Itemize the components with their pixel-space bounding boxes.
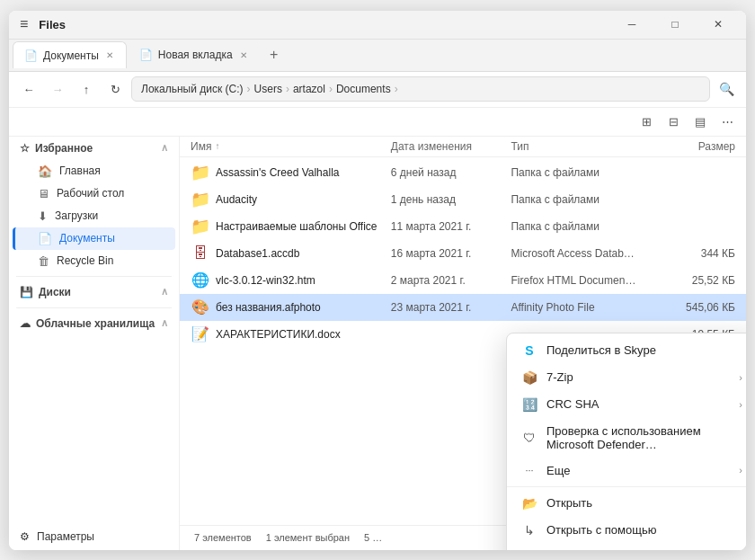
file-type: Microsoft Access Datab…	[511, 247, 654, 260]
breadcrumb-artazol: artazol	[293, 83, 325, 95]
statusbar-count: 7 элементов	[194, 532, 252, 543]
favorites-label: Избранное	[35, 142, 93, 155]
ctx-label-more: Еще	[546, 464, 730, 477]
tab-new-label: Новая вкладка	[158, 49, 233, 61]
breadcrumb[interactable]: Локальный диск (C:) › Users › artazol › …	[131, 76, 710, 102]
afphoto-icon: 🎨	[191, 298, 210, 317]
table-row[interactable]: 📁 Audacity 1 день назад Папка с файлами	[180, 186, 746, 213]
tab-documents-icon: 📄	[24, 49, 38, 62]
file-type: Affinity Photo File	[511, 301, 654, 314]
statusbar-selected: 1 элемент выбран	[266, 532, 350, 543]
ctx-label-defender: Проверка с использованием Microsoft Defe…	[546, 424, 742, 451]
table-row[interactable]: 📁 Assassin's Creed Valhalla 6 дней назад…	[180, 159, 746, 186]
recycle-icon: 🗑	[38, 254, 49, 268]
col-header-name[interactable]: Имя ↑	[191, 140, 391, 153]
table-row[interactable]: 🎨 без названия.afphoto 23 марта 2021 г. …	[180, 294, 746, 321]
view-list-button[interactable]: ⊟	[662, 110, 685, 133]
sidebar-item-downloads-label: Загрузки	[55, 209, 98, 222]
name-sort-icon: ↑	[215, 141, 219, 151]
downloads-icon: ⬇	[38, 209, 48, 223]
up-button[interactable]: ↑	[74, 76, 99, 102]
window-controls: ─ □ ✕	[611, 11, 739, 40]
tab-new[interactable]: 📄 Новая вкладка ✕	[129, 41, 260, 68]
sidebar-item-recycle[interactable]: 🗑 Recycle Bin	[13, 250, 175, 272]
sidebar-divider2	[16, 307, 172, 308]
settings-button[interactable]: ⚙ Параметры	[9, 523, 179, 550]
sidebar-item-downloads[interactable]: ⬇ Загрузки	[13, 205, 175, 227]
documents-icon: 📄	[38, 232, 52, 245]
crcsha-icon: 🔢	[521, 397, 537, 412]
drives-label: Диски	[39, 286, 71, 298]
sidebar-item-home[interactable]: 🏠 Главная	[13, 160, 175, 182]
refresh-button[interactable]: ↻	[102, 76, 128, 102]
table-row[interactable]: 🗄 Database1.accdb 16 марта 2021 г. Micro…	[180, 240, 746, 267]
cloud-section[interactable]: ☁ Облачные хранилища ∧	[9, 312, 179, 335]
accdb-icon: 🗄	[191, 244, 210, 263]
table-row[interactable]: 📁 Настраиваемые шаблоны Office 11 марта …	[180, 213, 746, 240]
search-button[interactable]: 🔍	[714, 76, 739, 102]
ctx-item-share-skype[interactable]: S Поделиться в Skype	[507, 337, 746, 364]
sidebar-item-documents-label: Документы	[59, 232, 115, 244]
7zip-icon: 📦	[521, 370, 537, 385]
ctx-divider1	[507, 486, 746, 487]
hamburger-icon[interactable]: ≡	[16, 14, 31, 34]
ctx-item-7zip[interactable]: 📦 7-Zip ›	[507, 364, 746, 391]
file-name: Настраиваемые шаблоны Office	[216, 220, 378, 233]
ctx-item-crcsha[interactable]: 🔢 CRC SHA ›	[507, 391, 746, 418]
file-type: Firefox HTML Documen…	[511, 274, 654, 287]
file-date: 23 марта 2021 г.	[391, 301, 511, 314]
tabbar: 📄 Документы ✕ 📄 Новая вкладка ✕ +	[9, 40, 746, 72]
titlebar-left: ≡ Files	[16, 14, 66, 34]
html-icon: 🌐	[191, 271, 210, 290]
maximize-button[interactable]: □	[654, 11, 696, 40]
context-menu: S Поделиться в Skype 📦 7-Zip › 🔢 CRC SHA…	[506, 333, 746, 550]
col-header-type[interactable]: Тип	[511, 140, 654, 153]
file-date: 11 марта 2021 г.	[391, 220, 511, 233]
drives-section[interactable]: 💾 Диски ∧	[9, 280, 179, 304]
ctx-item-defender[interactable]: 🛡 Проверка с использованием Microsoft De…	[507, 418, 746, 458]
drives-collapse-icon: ∧	[161, 286, 168, 298]
ctx-item-open-with[interactable]: ↳ Открыть с помощью	[507, 517, 746, 544]
folder-icon: 📁	[191, 163, 210, 182]
file-date: 2 марта 2021 г.	[391, 274, 511, 287]
ctx-item-more[interactable]: ··· Еще ›	[507, 458, 746, 484]
col-header-size[interactable]: Размер	[655, 140, 735, 153]
tab-documents[interactable]: 📄 Документы ✕	[13, 41, 127, 68]
col-header-date[interactable]: Дата изменения	[391, 140, 511, 153]
file-area: Имя ↑ Дата изменения Тип Размер 📁 Assass…	[180, 137, 746, 550]
main-window: ≡ Files ─ □ ✕ 📄 Документы ✕ 📄 Новая вкла…	[9, 11, 746, 550]
tab-documents-close[interactable]: ✕	[104, 50, 115, 60]
main-content: ☆ Избранное ∧ 🏠 Главная 🖥 Рабочий стол ⬇…	[9, 137, 746, 550]
view-details-button[interactable]: ▤	[688, 110, 712, 133]
file-name: без названия.afphoto	[216, 301, 321, 314]
cloud-icon: ☁	[20, 317, 31, 330]
ctx-item-open[interactable]: 📂 Открыть	[507, 490, 746, 517]
sidebar-item-desktop[interactable]: 🖥 Рабочий стол	[13, 182, 175, 205]
file-date: 6 дней назад	[391, 166, 511, 179]
file-name: ХАРАКТЕРИСТИКИ.docx	[216, 328, 341, 341]
view-grid-button[interactable]: ⊞	[635, 110, 658, 133]
back-button[interactable]: ←	[16, 76, 41, 102]
ctx-arrow-7zip: ›	[739, 372, 742, 383]
file-list-header: Имя ↑ Дата изменения Тип Размер	[180, 137, 746, 157]
file-type: Папка с файлами	[511, 193, 654, 206]
favorites-section[interactable]: ☆ Избранное ∧	[9, 137, 179, 160]
ctx-label-7zip: 7-Zip	[546, 370, 730, 384]
file-type: Папка с файлами	[511, 166, 654, 179]
sidebar-item-documents[interactable]: 📄 Документы	[13, 227, 175, 250]
minimize-button[interactable]: ─	[611, 11, 653, 40]
more-icon: ···	[521, 465, 537, 476]
folder-icon: 📁	[191, 217, 210, 236]
ctx-item-share[interactable]: 🔗 Поделиться	[507, 544, 746, 550]
file-name: Database1.accdb	[216, 247, 299, 260]
open-icon: 📂	[521, 496, 537, 511]
forward-button[interactable]: →	[45, 76, 70, 102]
tab-add-button[interactable]: +	[262, 42, 287, 67]
more-options-button[interactable]: ⋯	[715, 110, 739, 133]
table-row[interactable]: 🌐 vlc-3.0.12-win32.htm 2 марта 2021 г. F…	[180, 267, 746, 294]
close-button[interactable]: ✕	[697, 11, 739, 40]
desktop-icon: 🖥	[38, 187, 49, 200]
tab-new-close[interactable]: ✕	[238, 50, 249, 60]
ctx-label-open: Открыть	[546, 496, 742, 510]
defender-icon: 🛡	[521, 431, 537, 445]
